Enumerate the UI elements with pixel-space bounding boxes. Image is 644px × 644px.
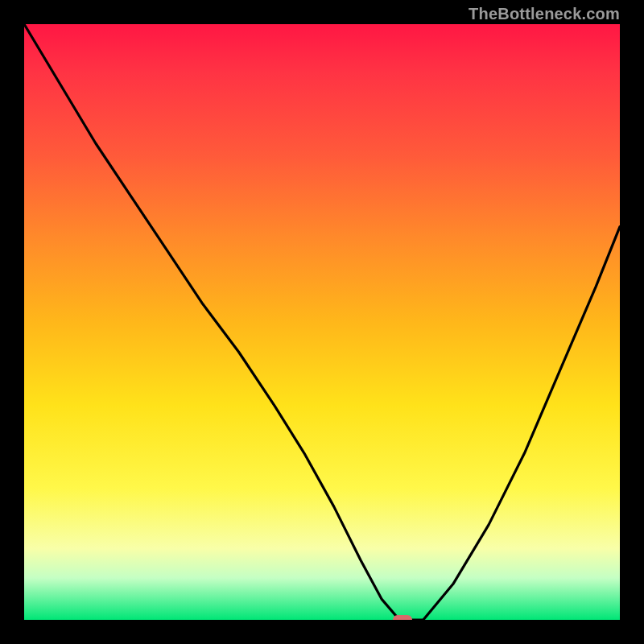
attribution-text: TheBottleneck.com [469, 5, 620, 23]
plot-area [24, 24, 620, 620]
optimal-marker [393, 615, 412, 620]
bottleneck-curve [24, 24, 620, 620]
chart-container: TheBottleneck.com [0, 0, 644, 644]
